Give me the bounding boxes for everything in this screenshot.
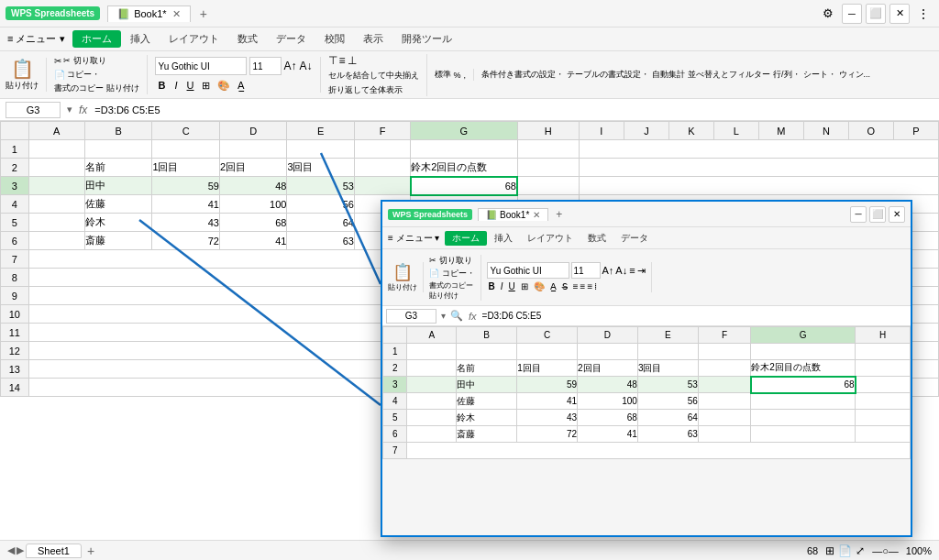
col-header-J[interactable]: J <box>624 122 668 140</box>
popup-cell-F6[interactable] <box>698 426 751 443</box>
popup-paste-icon[interactable]: 📋 <box>392 262 413 282</box>
cell-A3[interactable] <box>28 177 84 195</box>
popup-fill-button[interactable]: 🎨 <box>532 280 547 292</box>
popup-cell-G2[interactable]: 鈴木2回目の点数 <box>751 360 856 377</box>
tab-close-icon[interactable]: ✕ <box>172 8 181 20</box>
tab-data[interactable]: データ <box>267 30 315 48</box>
cell-H3[interactable] <box>517 177 579 195</box>
popup-underline-button[interactable]: U <box>507 280 517 292</box>
cell-A6[interactable] <box>28 232 84 250</box>
cell-C3[interactable]: 59 <box>152 177 220 195</box>
align-top-icon[interactable]: ⊤ <box>328 54 337 67</box>
fill-color-button[interactable]: 🎨 <box>215 79 233 93</box>
popup-cell-B3[interactable]: 田中 <box>457 377 517 393</box>
more-button[interactable]: ⋮ <box>913 4 933 24</box>
sheet-tab-sheet1[interactable]: Sheet1 <box>26 544 82 558</box>
popup-strikethrough-icon[interactable]: S̶ <box>560 280 569 292</box>
tab-insert[interactable]: 挿入 <box>121 30 160 48</box>
cell-A1[interactable] <box>28 140 84 159</box>
popup-align-right2-icon[interactable]: ≡ <box>587 281 592 291</box>
popup-col-D[interactable]: D <box>578 327 638 344</box>
popup-font-color-button[interactable]: A̲ <box>548 280 558 292</box>
popup-minimize-button[interactable]: ─ <box>850 206 867 223</box>
cell-A2[interactable] <box>28 159 84 177</box>
popup-cell-B2[interactable]: 名前 <box>457 360 517 377</box>
popup-cell-H3[interactable] <box>856 377 911 393</box>
prev-sheet-icon[interactable]: ◀ <box>7 544 15 556</box>
col-header-K[interactable]: K <box>668 122 713 140</box>
cell-rest1[interactable] <box>579 140 938 159</box>
popup-cell-C4[interactable]: 41 <box>517 393 578 410</box>
row-col-button[interactable]: 行/列・ <box>773 69 801 81</box>
popup-col-G[interactable]: G <box>751 327 856 344</box>
popup-cell-G3-selected[interactable]: 68 <box>751 377 856 393</box>
cell-E1[interactable] <box>287 140 355 159</box>
popup-cell-C6[interactable]: 72 <box>517 426 578 443</box>
cell-A4[interactable] <box>28 195 84 214</box>
popup-tab-home[interactable]: ホーム <box>445 231 487 246</box>
popup-cell-B5[interactable]: 鈴木 <box>457 410 517 426</box>
cell-B3[interactable]: 田中 <box>84 177 152 195</box>
popup-cell-D5[interactable]: 68 <box>578 410 638 426</box>
popup-cell-H5[interactable] <box>856 410 911 426</box>
col-header-H[interactable]: H <box>517 122 579 140</box>
popup-cell-C2[interactable]: 1回目 <box>517 360 578 377</box>
popup-cut-button[interactable]: ✂ 切り取り <box>429 255 475 267</box>
popup-cell-D3[interactable]: 48 <box>578 377 638 393</box>
cell-D5[interactable]: 68 <box>219 214 287 232</box>
cell-F2[interactable] <box>354 159 410 177</box>
next-sheet-icon[interactable]: ▶ <box>17 544 24 556</box>
cell-G2[interactable]: 鈴木2回目の点数 <box>411 159 517 177</box>
table-format-button[interactable]: テーブルの書式設定・ <box>567 69 649 81</box>
popup-cell-H6[interactable] <box>856 426 911 443</box>
paste-icon[interactable]: 📋 <box>11 58 34 80</box>
percent-button[interactable]: % <box>454 71 461 80</box>
minimize-button[interactable]: ─ <box>842 4 862 24</box>
sort-filter-button[interactable]: 並べ替えとフィルター <box>688 69 770 81</box>
popup-tab-insert[interactable]: 挿入 <box>487 231 520 246</box>
window-button[interactable]: ウィン... <box>839 69 871 81</box>
popup-font-grow-icon[interactable]: A↑ <box>602 265 614 276</box>
size-selector[interactable] <box>249 57 282 75</box>
cell-D2[interactable]: 2回目 <box>219 159 287 177</box>
col-header-B[interactable]: B <box>84 122 152 140</box>
tab-formula[interactable]: 数式 <box>228 30 267 48</box>
cell-G1[interactable] <box>411 140 517 159</box>
tab-dev[interactable]: 開発ツール <box>392 30 461 48</box>
tab-home[interactable]: ホーム <box>72 30 121 48</box>
close-button[interactable]: ✕ <box>889 4 910 24</box>
popup-formula-input[interactable] <box>480 311 907 321</box>
popup-border-button[interactable]: ⊞ <box>519 280 530 292</box>
cell-C5[interactable]: 43 <box>152 214 220 232</box>
popup-cell-E5[interactable]: 64 <box>637 410 698 426</box>
popup-cell-D1[interactable] <box>578 344 638 360</box>
popup-cell-A4[interactable] <box>407 393 457 410</box>
popup-cell-D6[interactable]: 41 <box>578 426 638 443</box>
col-header-E[interactable]: E <box>287 122 355 140</box>
col-header-O[interactable]: O <box>848 122 893 140</box>
cell-F1[interactable] <box>354 140 410 159</box>
popup-cell-C5[interactable]: 43 <box>517 410 578 426</box>
cut-button[interactable]: ✂ ✂ 切り取り <box>54 55 139 67</box>
popup-tab-close-icon[interactable]: ✕ <box>533 210 540 220</box>
popup-cell-F5[interactable] <box>698 410 751 426</box>
autosum-button[interactable]: 自動集計 <box>652 69 685 81</box>
restore-button[interactable]: ⬜ <box>866 4 886 24</box>
popup-cell-E4[interactable]: 56 <box>637 393 698 410</box>
underline-button[interactable]: U <box>183 78 198 93</box>
cell-D6[interactable]: 41 <box>219 232 287 250</box>
font-color-button[interactable]: A̲ <box>235 79 248 93</box>
settings-icon[interactable]: ⚙ <box>818 4 838 24</box>
popup-font-shrink-icon[interactable]: A↓ <box>615 265 627 276</box>
active-tab[interactable]: 📗 Book1* ✕ <box>107 5 190 22</box>
popup-col-F[interactable]: F <box>698 327 751 344</box>
popup-cell-F4[interactable] <box>698 393 751 410</box>
page-view-icon[interactable]: 📄 <box>838 544 852 557</box>
cell-E3[interactable]: 53 <box>287 177 355 195</box>
italic-button[interactable]: I <box>171 78 181 93</box>
wrap-button[interactable]: 折り返して全体表示 <box>328 85 403 94</box>
popup-cell-H2[interactable] <box>856 360 911 377</box>
cell-rest3[interactable] <box>579 177 938 195</box>
popup-cell-A2[interactable] <box>407 360 457 377</box>
tab-view[interactable]: 表示 <box>354 30 392 48</box>
